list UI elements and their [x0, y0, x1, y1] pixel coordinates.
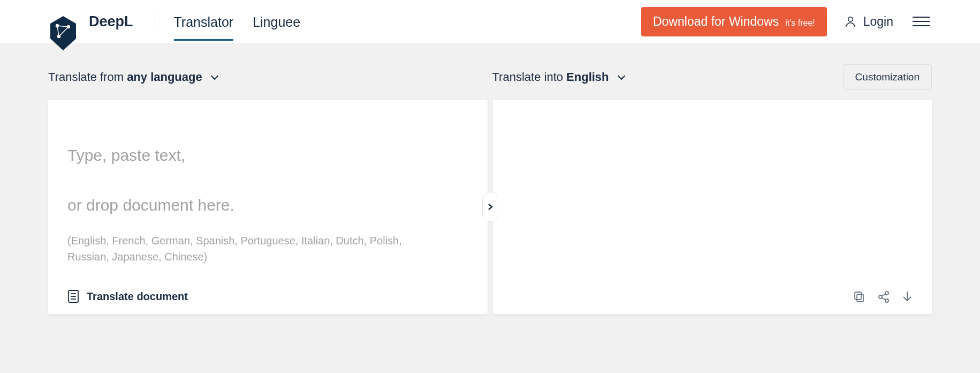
swap-languages-button[interactable]	[482, 192, 498, 222]
target-panel	[493, 100, 932, 314]
svg-point-14	[885, 292, 888, 295]
svg-line-17	[882, 294, 886, 296]
download-button[interactable]: Download for Windows it's free!	[641, 7, 827, 36]
target-prefix: Translate into	[492, 70, 567, 84]
brand-text: DeepL	[89, 13, 133, 30]
nav-tabs: Translator Linguee	[174, 1, 301, 43]
tab-linguee[interactable]: Linguee	[253, 1, 300, 43]
translate-document-label: Translate document	[87, 290, 188, 303]
menu-button[interactable]	[910, 14, 932, 28]
language-bar: Translate from any language Translate in…	[48, 64, 932, 90]
svg-rect-13	[855, 292, 861, 300]
download-label: Download for Windows	[653, 14, 779, 29]
source-prefix: Translate from	[48, 70, 127, 84]
svg-point-16	[885, 299, 888, 302]
svg-point-15	[879, 295, 882, 299]
tab-translator[interactable]: Translator	[174, 1, 234, 43]
svg-marker-0	[50, 16, 76, 50]
source-language: any language	[127, 70, 202, 84]
translator-panels: Type, paste text, or drop document here.…	[48, 100, 932, 314]
download-icon[interactable]	[902, 290, 913, 303]
customization-button[interactable]: Customization	[843, 64, 932, 90]
share-icon[interactable]	[877, 290, 890, 303]
svg-line-18	[882, 297, 886, 300]
translate-document-link[interactable]: Translate document	[67, 289, 468, 303]
download-note: it's free!	[785, 18, 815, 28]
svg-rect-12	[857, 294, 863, 302]
target-footer	[512, 290, 913, 303]
nav-divider	[155, 14, 155, 29]
supported-languages: (English, French, German, Spanish, Portu…	[67, 233, 410, 265]
chevron-down-icon	[616, 71, 627, 83]
source-panel[interactable]: Type, paste text, or drop document here.…	[48, 100, 488, 314]
document-icon	[67, 289, 79, 303]
header: DeepL Translator Linguee Download for Wi…	[0, 0, 980, 43]
target-language-selector[interactable]: Translate into English	[492, 70, 627, 84]
svg-point-7	[848, 17, 853, 21]
user-icon	[844, 15, 857, 28]
chevron-right-icon	[488, 203, 493, 211]
deepl-logo-icon	[48, 15, 78, 45]
main: Translate from any language Translate in…	[0, 43, 980, 373]
copy-icon[interactable]	[853, 290, 865, 303]
chevron-down-icon	[209, 71, 221, 83]
source-placeholder: Type, paste text, or drop document here.	[67, 118, 468, 218]
target-language: English	[566, 70, 609, 84]
login-link[interactable]: Login	[844, 14, 893, 29]
logo[interactable]: DeepL	[48, 6, 133, 36]
source-language-selector[interactable]: Translate from any language	[48, 70, 221, 84]
login-label: Login	[863, 14, 893, 29]
header-right: Download for Windows it's free! Login	[641, 7, 932, 36]
